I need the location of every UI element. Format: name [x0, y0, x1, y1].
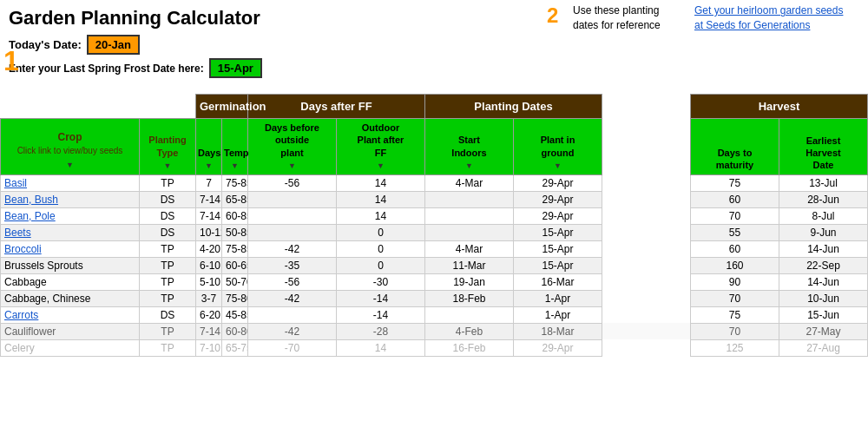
- outdoor-plant-cell: 0: [337, 240, 425, 257]
- days-cell: 7-14: [196, 207, 222, 224]
- crop-header[interactable]: CropClick link to view/buy seeds ▼: [1, 119, 140, 175]
- days-cell: 3-7: [196, 290, 222, 306]
- outdoor-plant-cell: -28: [337, 323, 425, 339]
- days-cell: 7-10: [196, 339, 222, 356]
- days-before-cell: -42: [248, 323, 337, 339]
- days-header[interactable]: Days▼: [196, 119, 222, 175]
- days-before-header[interactable]: Days beforeoutsideplant▼: [248, 119, 337, 175]
- crop-cell: Cauliflower: [1, 323, 140, 339]
- outdoor-plant-cell: -14: [337, 290, 425, 306]
- crop-link[interactable]: Bean, Bush: [4, 194, 58, 206]
- temp-header[interactable]: Temp▼: [222, 119, 248, 175]
- crop-cell[interactable]: Broccoli: [1, 240, 140, 257]
- gap-cell: [602, 273, 691, 290]
- crop-link[interactable]: Basil: [4, 177, 27, 189]
- earliest-harvest-cell: 8-Jul: [779, 207, 868, 224]
- earliest-harvest-cell: 10-Jun: [779, 290, 868, 306]
- gap-cell: [602, 224, 691, 240]
- crop-cell[interactable]: Carrots: [1, 306, 140, 323]
- days-before-cell: -56: [248, 273, 337, 290]
- days-before-cell: [248, 224, 337, 240]
- temp-cell: 50-85: [222, 224, 248, 240]
- crop-link[interactable]: Bean, Pole: [4, 210, 56, 222]
- crop-link[interactable]: Carrots: [4, 309, 38, 321]
- garden-table: Germination Days after FF Planting Dates…: [0, 94, 868, 357]
- table-row: CauliflowerTP7-1460-80-42-284-Feb18-Mar7…: [1, 323, 868, 339]
- outdoor-plant-cell: 14: [337, 207, 425, 224]
- plant-ground-cell: 18-Mar: [514, 323, 602, 339]
- gap-cell: [602, 306, 691, 323]
- step2-label: 2: [547, 3, 558, 28]
- outdoor-plant-cell: -14: [337, 306, 425, 323]
- crop-link[interactable]: Beets: [4, 227, 31, 239]
- planting-type-cell: TP: [140, 339, 196, 356]
- plant-ground-cell: 29-Apr: [514, 174, 602, 191]
- plant-ground-cell: 15-Apr: [514, 224, 602, 240]
- crop-cell[interactable]: Bean, Bush: [1, 191, 140, 207]
- earliest-harvest-cell: 14-Jun: [779, 273, 868, 290]
- days-to-maturity-cell: 70: [691, 323, 779, 339]
- days-to-maturity-cell: 125: [691, 339, 779, 356]
- table-row: Bean, BushDS7-1465-851429-Apr6028-Jun: [1, 191, 868, 207]
- days-to-maturity-cell: 90: [691, 273, 779, 290]
- frost-value[interactable]: 15-Apr: [209, 58, 262, 78]
- days-before-cell: [248, 306, 337, 323]
- date-value[interactable]: 20-Jan: [87, 35, 140, 55]
- days-cell: 7: [196, 174, 222, 191]
- days-before-cell: -35: [248, 257, 337, 273]
- plant-ground-header[interactable]: Plant inground▼: [514, 119, 602, 175]
- earliest-harvest-header: EarliestHarvestDate: [779, 119, 868, 175]
- table-row: BasilTP775-85-56144-Mar29-Apr7513-Jul: [1, 174, 868, 191]
- empty-group: [1, 95, 140, 119]
- days-to-maturity-cell: 75: [691, 174, 779, 191]
- earliest-harvest-cell: 14-Jun: [779, 240, 868, 257]
- start-indoors-cell: 16-Feb: [425, 339, 514, 356]
- table-row: Bean, PoleDS7-1460-851429-Apr708-Jul: [1, 207, 868, 224]
- days-cell: 10-12: [196, 224, 222, 240]
- outdoor-plant-cell: 0: [337, 257, 425, 273]
- planting-type-cell: TP: [140, 290, 196, 306]
- start-indoors-cell: 4-Feb: [425, 323, 514, 339]
- planting-type-cell: DS: [140, 306, 196, 323]
- temp-cell: 50-70: [222, 273, 248, 290]
- table-row: BroccoliTP4-2075-85-4204-Mar15-Apr6014-J…: [1, 240, 868, 257]
- days-to-maturity-header: Days tomaturity: [691, 119, 779, 175]
- start-indoors-cell: 4-Mar: [425, 174, 514, 191]
- data-table-container: Germination Days after FF Planting Dates…: [0, 94, 868, 434]
- days-to-maturity-cell: 60: [691, 240, 779, 257]
- temp-cell: 75-80: [222, 290, 248, 306]
- earliest-harvest-cell: 15-Jun: [779, 306, 868, 323]
- temp-cell: 65-85: [222, 191, 248, 207]
- days-to-maturity-cell: 55: [691, 224, 779, 240]
- start-indoors-cell: [425, 207, 514, 224]
- planting-type-header[interactable]: PlantingType▼: [140, 119, 196, 175]
- start-indoors-header[interactable]: StartIndoors▼: [425, 119, 514, 175]
- germination-group: Germination: [196, 95, 248, 119]
- outdoor-plant-cell: 0: [337, 224, 425, 240]
- plant-ground-cell: 29-Apr: [514, 339, 602, 356]
- outdoor-plant-header[interactable]: OutdoorPlant afterFF▼: [337, 119, 425, 175]
- table-row: Cabbage, ChineseTP3-775-80-42-1418-Feb1-…: [1, 290, 868, 306]
- days-cell: 5-10: [196, 273, 222, 290]
- planting-type-cell: DS: [140, 191, 196, 207]
- days-before-cell: -42: [248, 240, 337, 257]
- crop-cell[interactable]: Beets: [1, 224, 140, 240]
- start-indoors-cell: [425, 224, 514, 240]
- crop-cell: Brussels Sprouts: [1, 257, 140, 273]
- days-before-cell: -70: [248, 339, 337, 356]
- earliest-harvest-cell: 28-Jun: [779, 191, 868, 207]
- temp-cell: 60-80: [222, 323, 248, 339]
- table-row: CabbageTP5-1050-70-56-3019-Jan16-Mar9014…: [1, 273, 868, 290]
- seeds-link[interactable]: Get your heirloom garden seeds at Seeds …: [694, 3, 851, 33]
- days-cell: 6-20: [196, 306, 222, 323]
- plant-ground-cell: 1-Apr: [514, 290, 602, 306]
- crop-cell: Celery: [1, 339, 140, 356]
- plant-ground-cell: 15-Apr: [514, 240, 602, 257]
- crop-cell[interactable]: Basil: [1, 174, 140, 191]
- crop-cell[interactable]: Bean, Pole: [1, 207, 140, 224]
- planting-type-cell: TP: [140, 273, 196, 290]
- start-indoors-cell: 4-Mar: [425, 240, 514, 257]
- days-before-cell: [248, 191, 337, 207]
- plant-ground-cell: 29-Apr: [514, 191, 602, 207]
- crop-link[interactable]: Broccoli: [4, 243, 42, 255]
